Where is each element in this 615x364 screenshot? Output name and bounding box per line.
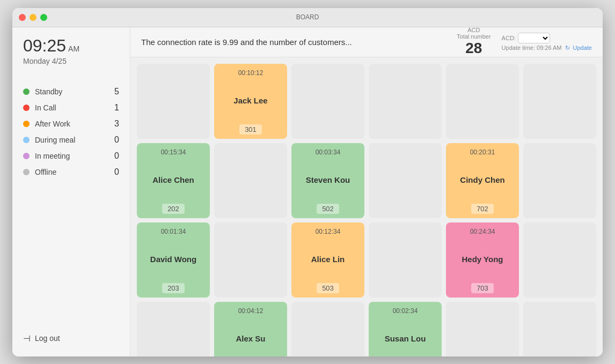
close-button[interactable] — [19, 14, 26, 21]
empty-cell — [369, 222, 442, 298]
content-area: The connection rate is 9.99 and the numb… — [130, 27, 603, 356]
card-time-203: 00:01:34 — [161, 228, 186, 235]
status-count-duringmeal: 0 — [108, 135, 119, 145]
card-time-503: 00:12:34 — [316, 228, 341, 235]
update-link[interactable]: Update — [573, 44, 592, 51]
card-time-502: 00:03:34 — [316, 148, 341, 156]
maximize-button[interactable] — [40, 14, 47, 21]
header: The connection rate is 9.99 and the numb… — [130, 27, 603, 57]
card-name-202: Alice Chen — [152, 175, 194, 184]
card-ext-702: 702 — [471, 204, 494, 214]
acd-right-panel: ACD: Update time: 09:26 AM ↻ Update — [502, 33, 592, 51]
status-dot-incall — [23, 105, 30, 111]
status-label-afterwork: After Work — [35, 120, 103, 128]
card-name-301: Jack Lee — [233, 96, 267, 105]
status-label-inmeeting: In meeting — [35, 152, 103, 160]
status-dot-duringmeal — [23, 137, 30, 143]
status-count-inmeeting: 0 — [108, 151, 119, 161]
card-name-203: David Wong — [150, 255, 196, 264]
status-list: Standby 5 In Call 1 After Work 3 During … — [23, 87, 119, 177]
status-label-incall: In Call — [35, 103, 103, 112]
minimize-button[interactable] — [30, 14, 36, 21]
empty-cell — [137, 302, 210, 356]
status-label-offline: Offline — [35, 168, 103, 176]
card-ext-703: 703 — [471, 283, 494, 293]
card-ext-202: 202 — [162, 204, 185, 214]
status-item-standby: Standby 5 — [23, 87, 119, 96]
agent-card-503[interactable]: 00:12:34 Alice Lin 503 — [291, 222, 364, 298]
status-dot-offline — [23, 169, 30, 175]
status-item-afterwork: After Work 3 — [23, 119, 119, 129]
status-item-inmeeting: In meeting 0 — [23, 151, 119, 161]
empty-cell — [369, 143, 442, 218]
agent-card-703[interactable]: 00:24:34 Hedy Yong 703 — [446, 222, 519, 298]
card-time-702: 00:20:31 — [470, 148, 495, 156]
card-time-703: 00:24:34 — [470, 228, 495, 235]
empty-cell — [523, 302, 596, 356]
agent-card-203[interactable]: 00:01:34 David Wong 203 — [137, 222, 210, 298]
traffic-lights — [19, 14, 47, 21]
sidebar: 09:25 AM Monday 4/25 文 Standby 5 In Call… — [12, 27, 130, 356]
marquee-text: The connection rate is 9.99 and the numb… — [141, 38, 446, 47]
sidebar-footer: ⊣ Log out — [23, 333, 119, 348]
main-window: BOARD 09:25 AM Monday 4/25 文 Standby 5 — [12, 8, 603, 356]
card-name-304: Alex Su — [236, 334, 265, 343]
window-title: BOARD — [296, 13, 319, 21]
empty-cell — [291, 64, 364, 139]
status-dot-afterwork — [23, 121, 30, 127]
update-time-text: Update time: 09:26 AM — [502, 44, 562, 51]
card-time-301: 00:10:12 — [238, 69, 263, 77]
total-label: Total number — [457, 33, 491, 40]
status-label-duringmeal: During meal — [35, 136, 103, 144]
empty-cell — [291, 302, 364, 356]
status-item-duringmeal: During meal 0 — [23, 135, 119, 145]
title-bar: BOARD — [12, 8, 603, 27]
card-time-202: 00:15:34 — [161, 148, 186, 156]
card-time-604: 00:02:34 — [393, 307, 418, 315]
agent-card-304[interactable]: 00:04:12 Alex Su 304 — [214, 302, 287, 356]
empty-cell — [137, 64, 210, 139]
agent-card-502[interactable]: 00:03:34 Steven Kou 502 — [291, 143, 364, 218]
acd-right-label: ACD: — [502, 35, 516, 41]
acd-select[interactable] — [518, 33, 550, 43]
empty-cell — [214, 143, 287, 218]
empty-cell — [214, 222, 287, 298]
status-item-incall: In Call 1 — [23, 103, 119, 113]
agent-card-702[interactable]: 00:20:31 Cindy Chen 702 — [446, 143, 519, 218]
agent-card-202[interactable]: 00:15:34 Alice Chen 202 — [137, 143, 210, 218]
card-ext-301: 301 — [239, 124, 262, 135]
status-count-incall: 1 — [108, 103, 119, 113]
card-ext-203: 203 — [162, 283, 185, 293]
empty-cell — [523, 143, 596, 218]
update-row: Update time: 09:26 AM ↻ Update — [502, 44, 592, 51]
total-number: 28 — [465, 40, 482, 57]
status-count-standby: 5 — [108, 87, 119, 96]
board-grid: 00:10:12 Jack Lee 301 00:15:34 Alice Che… — [137, 64, 596, 356]
card-name-604: Susan Lou — [385, 334, 426, 343]
status-count-afterwork: 3 — [108, 119, 119, 129]
agent-card-301[interactable]: 00:10:12 Jack Lee 301 — [214, 64, 287, 139]
card-ext-502: 502 — [317, 204, 339, 214]
clock-ampm: AM — [68, 44, 79, 53]
refresh-icon: ↻ — [565, 44, 570, 51]
empty-cell — [369, 64, 442, 139]
board-area: 00:10:12 Jack Lee 301 00:15:34 Alice Che… — [130, 57, 603, 356]
logout-label: Log out — [35, 334, 60, 343]
card-time-304: 00:04:12 — [238, 307, 263, 315]
card-name-702: Cindy Chen — [460, 175, 504, 184]
status-dot-inmeeting — [23, 153, 30, 159]
status-count-offline: 0 — [108, 167, 119, 177]
clock-time: 09:25 — [23, 36, 66, 56]
status-dot-standby — [23, 88, 30, 95]
card-name-503: Alice Lin — [311, 255, 345, 264]
logout-button[interactable]: ⊣ Log out — [23, 333, 60, 344]
empty-cell — [446, 302, 519, 356]
card-name-703: Hedy Yong — [462, 255, 503, 264]
empty-cell — [523, 64, 596, 139]
header-stats: ACD Total number 28 ACD: Update time: 09 — [457, 27, 592, 57]
date-display: Monday 4/25 — [23, 57, 79, 65]
card-ext-503: 503 — [317, 283, 339, 293]
empty-cell — [446, 64, 519, 139]
agent-card-604[interactable]: 00:02:34 Susan Lou 604 — [369, 302, 442, 356]
logout-icon: ⊣ — [23, 333, 31, 344]
